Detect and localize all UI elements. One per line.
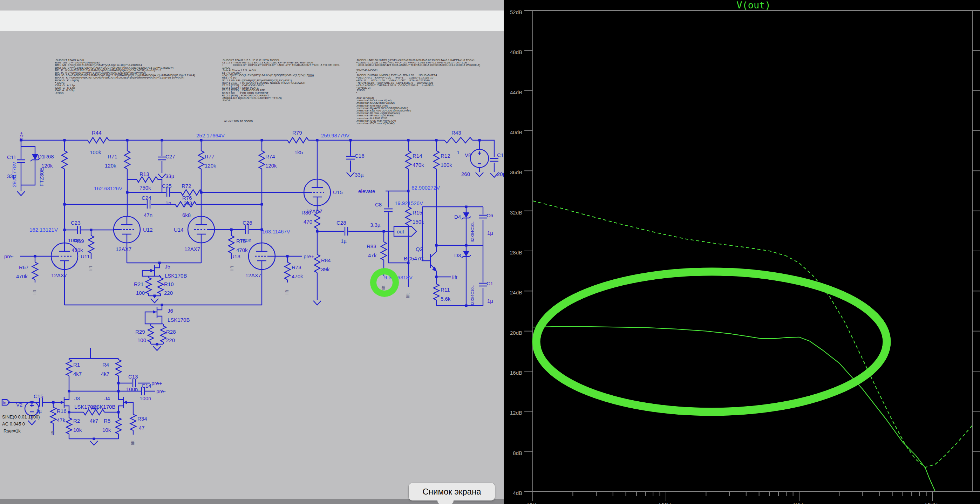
- schematic-label: 1: [457, 149, 460, 155]
- schematic-label: R13: [140, 171, 149, 177]
- schematic-label: R2: [73, 418, 80, 424]
- schematic-label: R4: [102, 362, 109, 368]
- schematic-label: C26: [243, 220, 252, 226]
- screenshot-tooltip[interactable]: Снимок экрана: [409, 483, 495, 501]
- schematic-label: 5.6k: [441, 296, 451, 302]
- schematic-label: 1µ: [487, 298, 493, 304]
- schematic-label: lift: [50, 431, 56, 435]
- schematic-label: 47: [139, 425, 145, 431]
- schematic-label: lift: [452, 274, 458, 280]
- schematic-labels: inb+29.91778VC1133µD1FTZ30ER44100k252.17…: [2, 130, 504, 445]
- schematic-label: R14: [412, 153, 422, 159]
- schematic-label: 100k: [90, 149, 101, 155]
- schematic-label: C23: [71, 220, 81, 226]
- wire-junction-dots: [20, 139, 481, 440]
- schematic-label: 4k7: [73, 371, 82, 377]
- schematic-label: R44: [92, 130, 102, 136]
- schematic-label: Q2: [416, 246, 423, 252]
- tooltip-tail: [438, 500, 453, 504]
- schematic-label: R80: [301, 210, 311, 216]
- schematic-label: SINE(0 0.01 1000): [2, 414, 40, 420]
- schematic-label: 120k: [265, 163, 277, 169]
- schematic-label: lift: [405, 293, 410, 298]
- schematic-canvas[interactable]: inb+29.91778VC1133µD1FTZ30ER44100k252.17…: [0, 0, 504, 504]
- schematic-label: R11: [441, 287, 450, 293]
- schematic-label: D1: [38, 154, 45, 159]
- schematic-label: R84: [321, 257, 331, 263]
- schematic-label: out: [397, 229, 404, 234]
- schematic-label: C6: [487, 212, 493, 218]
- schematic-label: C27: [165, 154, 175, 159]
- schematic-label: 62.900272V: [412, 185, 440, 191]
- schematic-label: 33µ: [355, 172, 364, 178]
- schematic-label: R29: [135, 329, 145, 335]
- schematic-label: C15: [33, 393, 43, 399]
- schematic-label: 163.11467V: [262, 229, 290, 234]
- schematic-label: 470k: [72, 247, 83, 253]
- schematic-label: R68: [44, 154, 54, 159]
- schematic-label: J3: [74, 395, 80, 401]
- schematic-label: R69: [74, 238, 84, 244]
- schematic-label: C14: [142, 383, 151, 389]
- schematic-label: FTZ30E: [38, 167, 45, 186]
- schematic-label: 100n: [126, 386, 138, 392]
- schematic-label: U15: [333, 189, 343, 195]
- schematic-label: 100k: [441, 162, 452, 168]
- schematic-label: 1k5: [294, 149, 303, 155]
- schematic-label: Rser=1k: [3, 428, 21, 434]
- schematic-label: 252.17664V: [196, 132, 225, 138]
- schematic-label: 120k: [41, 163, 53, 169]
- schematic-label: R71: [108, 154, 118, 159]
- schematic-label: R43: [452, 130, 461, 136]
- waveform-panel[interactable]: [504, 0, 980, 504]
- schematic-label: C12: [497, 152, 504, 158]
- schematic-label: elevate: [358, 188, 375, 194]
- schematic-label: J5: [165, 264, 170, 270]
- schematic-label: 4k7: [90, 418, 98, 424]
- schematic-label: D3: [454, 252, 461, 258]
- schematic-label: 3k3: [184, 200, 192, 206]
- schematic-panel[interactable]: .SUBCKT 12AX7 A G K BGG GG 0 V=V(G,K)+0.…: [0, 0, 504, 504]
- schematic-label: R28: [166, 329, 176, 335]
- schematic-label: 220: [164, 290, 173, 296]
- schematic-label: R1: [73, 362, 80, 368]
- schematic-label: 100n: [240, 237, 251, 243]
- schematic-label: 120k: [105, 163, 116, 169]
- schematic-label: 470: [304, 219, 312, 225]
- schematic-label: 162.63126V: [94, 185, 123, 191]
- schematic-label: R34: [137, 416, 147, 421]
- schematic-label: LSK170B: [165, 273, 187, 279]
- schematic-label: D4: [454, 214, 461, 220]
- schematic-label: 1µ: [487, 230, 493, 236]
- schematic-label: 100: [137, 337, 146, 343]
- schematic-label: V8: [465, 152, 471, 158]
- schematic-label: 470k: [236, 247, 248, 253]
- schematic-label: 259.98779V: [321, 132, 350, 138]
- schematic-label: 750k: [140, 185, 151, 191]
- schematic-label: C1: [487, 280, 493, 286]
- schematic-label: 10k: [73, 427, 82, 433]
- schematic-label: R10: [164, 281, 174, 287]
- schematic-label: pre-: [156, 388, 166, 394]
- schematic-label: pre-: [4, 253, 14, 259]
- schematic-label: 33µ: [7, 173, 16, 179]
- schematic-label: 19.921526V: [395, 200, 423, 206]
- schematic-label: 470k: [16, 273, 28, 279]
- schematic-label: BZX84C10L: [470, 285, 474, 306]
- schematic-label: V2: [16, 402, 22, 408]
- schematic-label: U11: [81, 253, 90, 259]
- schematic-label: R73: [292, 264, 301, 270]
- schematic-label: 33µ: [165, 173, 175, 179]
- screenshot-tooltip-label: Снимок экрана: [422, 487, 481, 497]
- schematic-label: J6: [167, 308, 173, 314]
- schematic-label: 220: [166, 337, 175, 343]
- schematic-label: R79: [292, 130, 302, 136]
- schematic-label: 47k: [57, 417, 65, 423]
- schematic-label: R3: [91, 405, 98, 411]
- schematic-label: 47k: [368, 252, 377, 258]
- schematic-label: lift: [284, 290, 290, 294]
- schematic-label: 10k: [102, 427, 111, 433]
- schematic-label: LSK170B: [167, 317, 189, 323]
- schematic-label: 3.3µ: [370, 222, 381, 228]
- schematic-label: 4k7: [101, 371, 109, 377]
